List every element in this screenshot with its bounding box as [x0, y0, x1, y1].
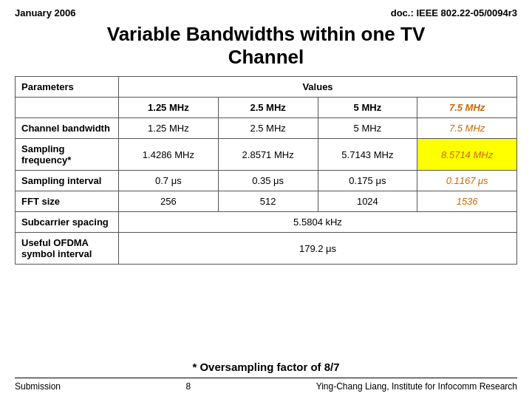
value-cell: 0.175 μs: [318, 171, 417, 191]
main-table-container: Parameters Values 1.25 MHz 2.5 MHz 5 MHz…: [15, 76, 517, 355]
footer-center: 8: [185, 381, 191, 392]
param-cell: Sampling interval: [16, 171, 119, 191]
value-cell: 5 MHz: [318, 118, 417, 139]
value-cell: 1024: [318, 191, 417, 212]
data-table: Parameters Values 1.25 MHz 2.5 MHz 5 MHz…: [15, 76, 517, 265]
footer-left: Submission: [15, 381, 61, 392]
value-cell: 0.7 μs: [119, 171, 219, 191]
header-right: doc.: IEEE 802.22-05/0094r3: [391, 7, 517, 18]
value-cell: 1.4286 MHz: [119, 139, 219, 171]
value-cell: 1.25 MHz: [119, 118, 219, 139]
page-title: Variable Bandwidths within one TV Channe…: [15, 23, 517, 69]
table-row: Useful OFDMA symbol interval179.2 μs: [16, 233, 517, 265]
header-left: January 2006: [15, 7, 75, 18]
param-cell: Channel bandwidth: [16, 118, 119, 139]
col3-header: 5 MHz: [318, 98, 417, 118]
table-row: Sampling frequency*1.4286 MHz2.8571 MHz5…: [16, 139, 517, 171]
colspan-value-cell: 5.5804 kHz: [119, 212, 517, 233]
value-cell: 256: [119, 191, 219, 212]
value-cell: 5.7143 MHz: [318, 139, 417, 171]
value-cell: 7.5 MHz: [417, 118, 517, 139]
blank-header: [16, 98, 119, 118]
table-row: FFT size25651210241536: [16, 191, 517, 212]
col4-header: 7.5 MHz: [417, 98, 517, 118]
footnote: * Oversampling factor of 8/7: [15, 361, 517, 373]
value-cell: 8.5714 MHz: [417, 139, 517, 171]
colspan-value-cell: 179.2 μs: [119, 233, 517, 265]
footer: Submission 8 Ying-Chang Liang, Institute…: [15, 378, 517, 392]
col-params-header: Parameters: [16, 77, 119, 98]
param-cell: FFT size: [16, 191, 119, 212]
value-cell: 0.1167 μs: [417, 171, 517, 191]
table-row: Subcarrier spacing5.5804 kHz: [16, 212, 517, 233]
value-cell: 0.35 μs: [218, 171, 318, 191]
value-cell: 2.8571 MHz: [218, 139, 318, 171]
param-cell: Sampling frequency*: [16, 139, 119, 171]
table-row: Channel bandwidth1.25 MHz2.5 MHz5 MHz7.5…: [16, 118, 517, 139]
col2-header: 2.5 MHz: [218, 98, 318, 118]
param-cell: Subcarrier spacing: [16, 212, 119, 233]
col-values-header: Values: [119, 77, 517, 98]
table-row: Sampling interval0.7 μs0.35 μs0.175 μs0.…: [16, 171, 517, 191]
value-cell: 2.5 MHz: [218, 118, 318, 139]
col1-header: 1.25 MHz: [119, 98, 219, 118]
value-cell: 1536: [417, 191, 517, 212]
param-cell: Useful OFDMA symbol interval: [16, 233, 119, 265]
value-cell: 512: [218, 191, 318, 212]
footer-right: Ying-Chang Liang, Institute for Infocomm…: [316, 381, 517, 392]
